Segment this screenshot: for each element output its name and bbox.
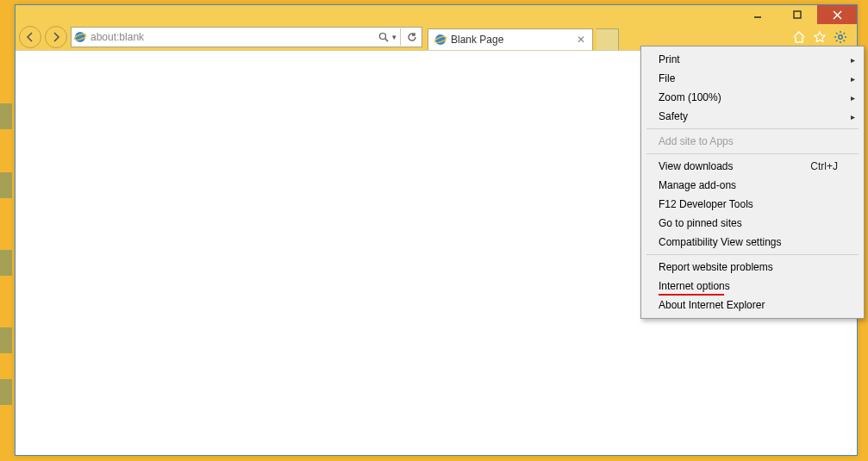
menu-label: F12 Developer Tools xyxy=(659,198,753,210)
menu-item-report-problems[interactable]: Report website problems xyxy=(643,258,862,277)
menu-item-file[interactable]: File ▸ xyxy=(643,69,862,88)
forward-button[interactable] xyxy=(45,26,67,48)
desktop-icon xyxy=(0,327,12,353)
chevron-right-icon: ▸ xyxy=(851,112,855,121)
search-icon[interactable] xyxy=(376,29,391,45)
menu-label: Manage add-ons xyxy=(659,179,736,191)
tools-gear-icon[interactable] xyxy=(833,29,848,45)
menu-label: About Internet Explorer xyxy=(659,299,765,311)
menu-item-add-site-to-apps: Add site to Apps xyxy=(643,132,862,151)
svg-line-16 xyxy=(844,40,846,42)
menu-separator xyxy=(646,128,859,129)
menu-label: File xyxy=(659,72,675,84)
desktop-icon xyxy=(0,103,12,129)
address-bar[interactable]: about:blank ▾ xyxy=(71,27,422,47)
menu-label: Safety xyxy=(659,110,688,122)
address-text[interactable]: about:blank xyxy=(91,31,376,43)
new-tab-button[interactable] xyxy=(596,28,619,50)
ie-logo-icon xyxy=(434,33,447,47)
menu-item-print[interactable]: Print ▸ xyxy=(643,50,862,69)
browser-tab[interactable]: Blank Page ✕ xyxy=(428,28,593,50)
back-button[interactable] xyxy=(19,26,41,48)
search-dropdown-icon[interactable]: ▾ xyxy=(392,33,397,41)
svg-line-7 xyxy=(385,39,388,41)
menu-label: View downloads xyxy=(659,160,734,172)
menu-label: Zoom (100%) xyxy=(659,91,721,103)
menu-item-compatibility-view[interactable]: Compatibility View settings xyxy=(643,233,862,252)
maximize-button[interactable] xyxy=(777,5,817,24)
menu-label: Internet options xyxy=(659,280,730,292)
svg-line-18 xyxy=(844,33,846,34)
tab-close-icon[interactable]: ✕ xyxy=(575,34,587,46)
tools-menu: Print ▸ File ▸ Zoom (100%) ▸ Safety ▸ Ad… xyxy=(640,46,865,319)
menu-separator xyxy=(646,254,859,255)
home-icon[interactable] xyxy=(791,29,807,45)
chevron-right-icon: ▸ xyxy=(851,55,855,65)
menu-item-f12-developer-tools[interactable]: F12 Developer Tools xyxy=(643,195,862,214)
tab-title: Blank Page xyxy=(451,34,575,46)
chevron-right-icon: ▸ xyxy=(851,93,855,103)
svg-point-10 xyxy=(839,35,842,39)
menu-label: Go to pinned sites xyxy=(659,217,742,229)
svg-point-8 xyxy=(435,34,446,45)
ie-logo-icon xyxy=(73,30,87,44)
favorites-star-icon[interactable] xyxy=(812,29,827,45)
menu-item-safety[interactable]: Safety ▸ xyxy=(643,107,862,126)
menu-item-pinned-sites[interactable]: Go to pinned sites xyxy=(643,214,862,233)
svg-point-6 xyxy=(380,34,386,40)
close-button[interactable] xyxy=(817,5,857,24)
svg-rect-1 xyxy=(794,11,801,18)
menu-shortcut: Ctrl+J xyxy=(810,160,838,172)
desktop-icon xyxy=(0,172,12,198)
svg-line-15 xyxy=(836,33,838,34)
window-titlebar[interactable] xyxy=(16,5,857,24)
separator xyxy=(400,28,401,46)
menu-label: Compatibility View settings xyxy=(659,236,782,248)
menu-item-manage-addons[interactable]: Manage add-ons xyxy=(643,176,862,195)
svg-point-4 xyxy=(75,32,85,42)
chevron-right-icon: ▸ xyxy=(851,74,855,84)
menu-item-zoom[interactable]: Zoom (100%) ▸ xyxy=(643,88,862,107)
menu-item-internet-options[interactable]: Internet options xyxy=(643,277,862,296)
svg-line-17 xyxy=(836,40,838,42)
address-bar-buttons: ▾ xyxy=(376,28,420,46)
minimize-button[interactable] xyxy=(738,5,777,24)
desktop-icon xyxy=(0,379,12,405)
menu-label: Report website problems xyxy=(659,261,773,273)
toolbar-right xyxy=(791,29,853,45)
menu-label: Print xyxy=(659,53,680,65)
desktop-icon xyxy=(0,250,12,276)
menu-item-about-ie[interactable]: About Internet Explorer xyxy=(643,296,862,315)
menu-item-view-downloads[interactable]: View downloads Ctrl+J xyxy=(643,157,862,176)
menu-separator xyxy=(646,153,859,154)
refresh-icon[interactable] xyxy=(404,29,420,45)
menu-label: Add site to Apps xyxy=(659,135,734,147)
